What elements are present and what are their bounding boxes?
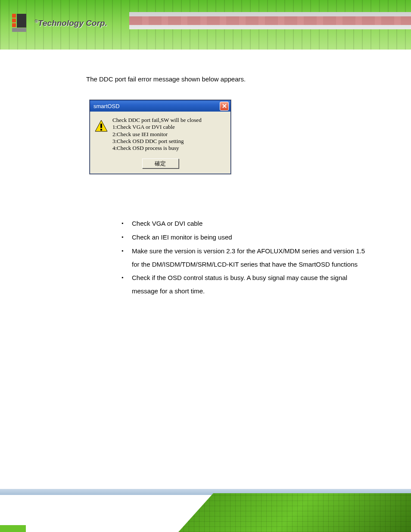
svg-rect-1 — [100, 129, 102, 131]
dialog-title: smartOSD — [93, 103, 120, 109]
warning-icon — [94, 119, 108, 133]
instruction-list: Check VGA or DVI cable Check an IEI moni… — [121, 217, 371, 298]
dialog-smartosd: smartOSD Check DDC port fail,SW will be … — [90, 100, 231, 174]
main-content: The DDC port fail error message shown be… — [86, 75, 379, 299]
list-item: Check if the OSD control status is busy.… — [121, 271, 371, 298]
dialog-body: Check DDC port fail,SW will be closed 1:… — [90, 112, 230, 156]
dialog-line-3: 2:Check use IEI monitor — [112, 131, 202, 138]
dialog-message: Check DDC port fail,SW will be closed 1:… — [112, 117, 202, 152]
intro-text: The DDC port fail error message shown be… — [86, 75, 379, 83]
header-banner: ®Technology Corp. — [0, 0, 411, 50]
close-icon — [222, 104, 227, 108]
dialog-titlebar: smartOSD — [90, 100, 230, 112]
footer-green-bar — [0, 525, 26, 532]
dialog-footer: 確定 — [90, 156, 230, 174]
dialog-line-5: 4:Check OSD process is busy — [112, 145, 202, 152]
registered-mark: ® — [34, 19, 38, 24]
footer-circuit-decoration — [178, 493, 411, 532]
list-item: Check an IEI monitor is being used — [121, 231, 371, 244]
list-item: Make sure the version is version 2.3 for… — [121, 245, 371, 271]
logo-icon — [12, 14, 31, 33]
footer-banner — [0, 489, 411, 532]
dialog-line-2: 1:Check VGA or DVI cable — [112, 124, 202, 131]
dialog-line-4: 3:Check OSD DDC port setting — [112, 138, 202, 145]
list-item: Check VGA or DVI cable — [121, 217, 371, 230]
svg-rect-0 — [100, 124, 102, 128]
dialog-line-1: Check DDC port fail,SW will be closed — [112, 117, 202, 124]
ok-button[interactable]: 確定 — [142, 159, 179, 168]
close-button[interactable] — [220, 102, 229, 111]
logo: ®Technology Corp. — [12, 14, 107, 33]
header-strip-decoration — [129, 12, 411, 29]
logo-label: Technology Corp. — [38, 19, 107, 28]
logo-text: ®Technology Corp. — [34, 19, 107, 28]
